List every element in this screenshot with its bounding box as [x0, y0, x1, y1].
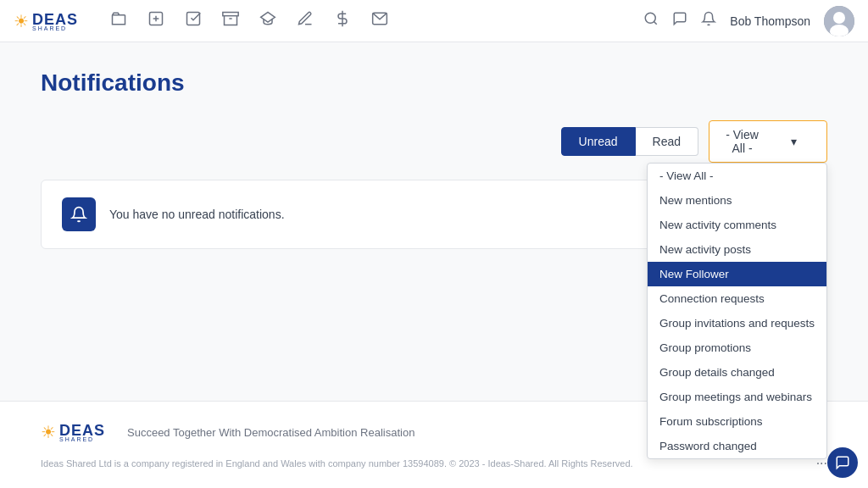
footer-logo[interactable]: ☀ DEAS SHARED: [41, 422, 117, 442]
dropdown-item-password-changed[interactable]: Password changed: [648, 434, 826, 458]
dropdown-item-forum-subscriptions[interactable]: Forum subscriptions: [648, 409, 826, 434]
logo[interactable]: ☀ DEAS SHARED: [14, 11, 90, 31]
nav-icon-mail[interactable]: [371, 10, 388, 31]
tab-unread[interactable]: Unread: [561, 127, 636, 156]
nav-icon-archive[interactable]: [222, 10, 239, 31]
dropdown-item-new-activity-comments[interactable]: New activity comments: [648, 213, 826, 237]
search-icon[interactable]: [643, 11, 659, 30]
dropdown-item-group-details[interactable]: Group details changed: [648, 360, 826, 385]
dropdown-item-view-all[interactable]: - View All -: [648, 164, 826, 188]
dropdown-label: - View All -: [720, 128, 765, 155]
avatar[interactable]: [824, 6, 854, 36]
dropdown-item-new-mentions[interactable]: New mentions: [648, 188, 826, 213]
dropdown-item-group-meetings[interactable]: Group meetings and webinars: [648, 385, 826, 409]
filter-row: Unread Read - View All - ▾ - View All - …: [41, 120, 827, 163]
dropdown-item-connection-requests[interactable]: Connection requests: [648, 286, 826, 311]
nav-icon-tasks[interactable]: [185, 10, 202, 31]
main-nav: [110, 10, 623, 31]
svg-rect-3: [187, 13, 200, 25]
filter-dropdown-menu: - View All - New mentions New activity c…: [647, 163, 827, 459]
chat-bubble-button[interactable]: [827, 447, 858, 478]
dropdown-item-new-activity-posts[interactable]: New activity posts: [648, 237, 826, 262]
footer-copyright: Ideas Shared Ltd is a company registered…: [41, 458, 633, 469]
user-name: Bob Thompson: [730, 14, 810, 28]
header: ☀ DEAS SHARED: [0, 0, 868, 42]
main-content: Notifications Unread Read - View All - ▾…: [0, 42, 868, 407]
chevron-down-icon: ▾: [771, 135, 816, 148]
tab-read[interactable]: Read: [636, 127, 698, 156]
filter-dropdown-button[interactable]: - View All - ▾: [709, 120, 827, 163]
dropdown-item-group-promotions[interactable]: Group promotions: [648, 336, 826, 360]
nav-icon-add[interactable]: [147, 10, 164, 31]
nav-icon-folder[interactable]: [110, 10, 127, 31]
bell-icon[interactable]: [701, 11, 716, 30]
nav-icon-cap[interactable]: [259, 10, 276, 31]
svg-point-11: [833, 12, 845, 24]
notification-empty-box: You have no unread notifications.: [41, 180, 736, 249]
footer-logo-area: ☀ DEAS SHARED Succeed Together With Demo…: [41, 422, 415, 442]
svg-point-8: [646, 13, 656, 23]
header-right: Bob Thompson: [643, 6, 854, 36]
nav-icon-edit[interactable]: [297, 10, 314, 31]
logo-sun-icon: ☀: [14, 11, 29, 31]
dropdown-item-group-invitations[interactable]: Group invitations and requests: [648, 311, 826, 336]
page-title: Notifications: [41, 69, 827, 97]
svg-rect-4: [223, 13, 238, 16]
dropdown-item-new-follower[interactable]: New Follower: [648, 262, 826, 286]
filter-dropdown-wrapper: - View All - ▾ - View All - New mentions…: [709, 120, 827, 163]
footer-logo-sun-icon: ☀: [41, 422, 56, 442]
no-notifications-text: You have no unread notifications.: [109, 208, 285, 221]
notification-bell-icon: [62, 197, 96, 231]
svg-line-9: [654, 21, 657, 24]
footer-tagline: Succeed Together With Democratised Ambit…: [127, 426, 415, 439]
nav-icon-currency[interactable]: [334, 10, 351, 31]
message-icon[interactable]: [672, 11, 687, 30]
